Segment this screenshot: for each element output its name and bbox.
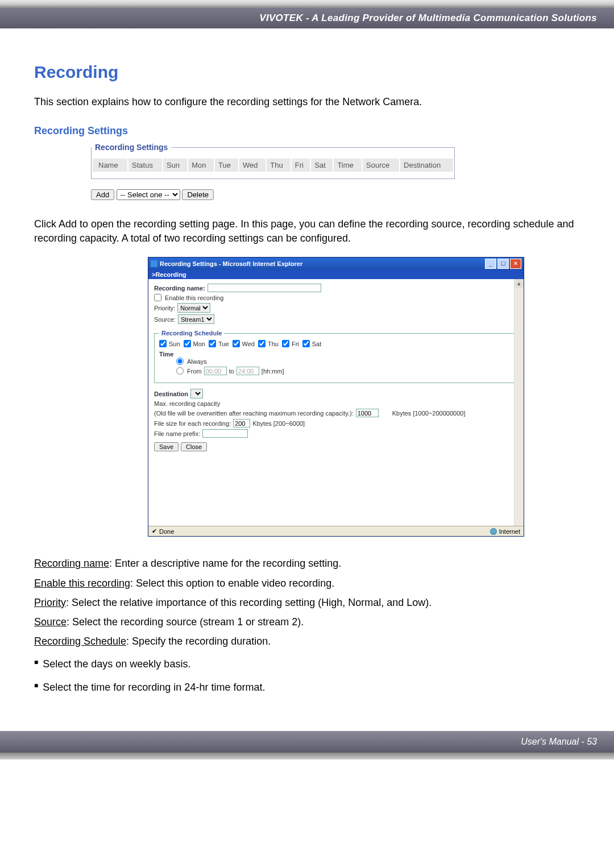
window-buttons: _ □ × xyxy=(485,259,521,269)
save-button[interactable]: Save xyxy=(154,442,179,451)
filesize-label: File size for each recording: xyxy=(154,420,231,427)
col-thu: Thu xyxy=(267,159,290,172)
day-sun[interactable]: Sun xyxy=(159,340,180,347)
bullet-icon: ■ xyxy=(34,654,38,674)
col-wed: Wed xyxy=(239,159,265,172)
col-time: Time xyxy=(334,159,362,172)
recording-schedule-legend: Recording Schedule xyxy=(159,330,224,337)
sat-checkbox[interactable] xyxy=(302,340,310,347)
col-source: Source xyxy=(363,159,399,172)
tue-checkbox[interactable] xyxy=(209,340,216,347)
ie-title-text: Recording Settings - Microsoft Internet … xyxy=(160,260,302,267)
desc-schedule-t: : Specify the recording duration. xyxy=(126,636,271,647)
recording-name-input[interactable] xyxy=(208,284,321,292)
overwrite-hint: Kbytes [1000~200000000] xyxy=(392,410,466,417)
bullet-1: ■Select the days on weekly basis. xyxy=(34,654,580,674)
desc-schedule-u: Recording Schedule xyxy=(34,636,126,647)
from-label: From xyxy=(187,368,202,375)
scrollbar[interactable]: ▴ xyxy=(514,279,524,526)
hhmm-hint: [hh:mm] xyxy=(262,368,284,375)
add-button[interactable]: Add xyxy=(91,189,114,200)
prefix-input[interactable] xyxy=(202,429,248,438)
enable-checkbox[interactable] xyxy=(154,294,161,301)
close-window-button[interactable]: × xyxy=(510,259,521,269)
page-content: Recording This section explains how to c… xyxy=(0,28,614,731)
maximize-button[interactable]: □ xyxy=(497,259,509,269)
enable-row: Enable this recording xyxy=(154,294,518,301)
mon-checkbox[interactable] xyxy=(184,340,191,347)
intro-text: This section explains how to configure t… xyxy=(34,96,580,108)
priority-row: Priority: Normal xyxy=(154,303,518,313)
scroll-up-icon[interactable]: ▴ xyxy=(515,279,524,288)
to-input[interactable] xyxy=(237,367,259,375)
desc-schedule: Recording Schedule: Specify the recordin… xyxy=(34,632,580,651)
destination-row: Destination xyxy=(154,389,518,398)
ie-window: Recording Settings - Microsoft Internet … xyxy=(148,257,524,537)
desc-enable: Enable this recording: Select this optio… xyxy=(34,574,580,593)
from-to-row: From to [hh:mm] xyxy=(176,367,513,375)
recording-name-label: Recording name: xyxy=(154,285,205,292)
overwrite-row: (Old file will be overwritten after reac… xyxy=(154,409,518,417)
source-select[interactable]: Stream1 xyxy=(178,314,214,324)
desc-recording-name: Recording name: Enter a descriptive name… xyxy=(34,554,580,573)
always-radio[interactable] xyxy=(176,358,184,365)
bullet-icon: ■ xyxy=(34,678,38,697)
fri-checkbox[interactable] xyxy=(282,340,289,347)
from-radio[interactable] xyxy=(176,367,184,375)
priority-select[interactable]: Normal xyxy=(177,303,210,313)
day-thu[interactable]: Thu xyxy=(258,340,279,347)
thu-checkbox[interactable] xyxy=(258,340,265,347)
prefix-label: File name prefix: xyxy=(154,430,200,437)
days-row: Sun Mon Tue Wed Thu Fri Sat xyxy=(159,340,513,347)
header-brand-line: VIVOTEK - A Leading Provider of Multimed… xyxy=(0,8,614,28)
ie-body: ▴ Recording name: Enable this recording … xyxy=(148,279,524,526)
day-fri[interactable]: Fri xyxy=(282,340,299,347)
header-top-bar xyxy=(0,0,614,8)
col-destination: Destination xyxy=(400,159,453,172)
day-sat[interactable]: Sat xyxy=(302,340,322,347)
desc-source: Source: Select the recording source (str… xyxy=(34,612,580,632)
close-button[interactable]: Close xyxy=(181,442,207,451)
ie-title-left: Recording Settings - Microsoft Internet … xyxy=(151,260,302,267)
ie-spacer xyxy=(154,453,518,521)
filesize-hint: Kbytes [200~6000] xyxy=(252,420,305,427)
destination-label: Destination xyxy=(154,391,188,397)
ie-icon xyxy=(151,260,157,267)
minimize-button[interactable]: _ xyxy=(485,259,496,269)
priority-label: Priority: xyxy=(154,305,175,312)
desc-priority-t: : Select the relative importance of this… xyxy=(66,597,432,608)
day-tue[interactable]: Tue xyxy=(209,340,229,347)
desc-priority: Priority: Select the relative importance… xyxy=(34,593,580,612)
always-row: Always xyxy=(176,358,513,365)
destination-select[interactable] xyxy=(190,389,203,398)
day-wed[interactable]: Wed xyxy=(233,340,255,347)
recording-select[interactable]: -- Select one -- xyxy=(117,189,180,200)
recording-settings-table: Name Status Sun Mon Tue Wed Thu Fri Sat … xyxy=(92,157,454,173)
delete-button[interactable]: Delete xyxy=(182,189,214,200)
bullet-1-text: Select the days on weekly basis. xyxy=(43,654,190,674)
time-block: Always From to [hh:mm] xyxy=(176,358,513,375)
sun-checkbox[interactable] xyxy=(159,340,167,347)
desc-recording-name-u: Recording name xyxy=(34,558,109,569)
overwrite-input[interactable] xyxy=(356,409,379,417)
sat-label: Sat xyxy=(312,340,322,347)
source-label: Source: xyxy=(154,316,176,323)
wed-checkbox[interactable] xyxy=(233,340,240,347)
from-input[interactable] xyxy=(204,367,227,375)
always-label: Always xyxy=(187,358,207,365)
col-fri: Fri xyxy=(292,159,310,172)
ie-status-bar: ✔ Done Internet xyxy=(148,526,524,536)
tue-label: Tue xyxy=(218,340,229,347)
wed-label: Wed xyxy=(242,340,255,347)
desc-enable-u: Enable this recording xyxy=(34,578,130,589)
recording-schedule-fieldset: Recording Schedule Sun Mon Tue Wed Thu F… xyxy=(154,330,518,383)
max-capacity-label: Max. recording capacity xyxy=(154,400,220,407)
col-sun: Sun xyxy=(163,159,187,172)
internet-icon xyxy=(490,528,497,535)
recording-settings-heading: Recording Settings xyxy=(34,125,580,137)
day-mon[interactable]: Mon xyxy=(184,340,205,347)
bullet-2-text: Select the time for recording in 24-hr t… xyxy=(43,678,265,697)
bullet-2: ■Select the time for recording in 24-hr … xyxy=(34,678,580,697)
enable-label: Enable this recording xyxy=(165,294,223,301)
filesize-input[interactable] xyxy=(233,419,250,427)
